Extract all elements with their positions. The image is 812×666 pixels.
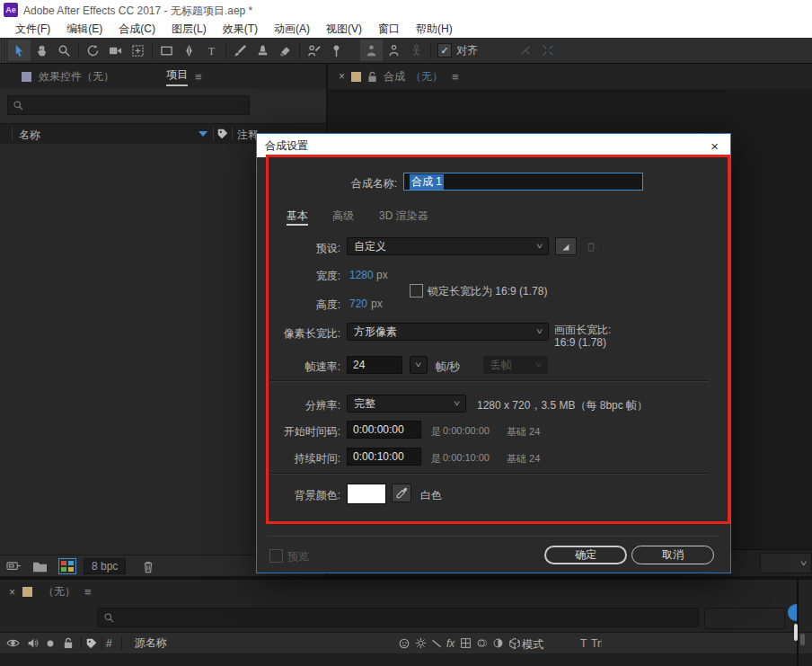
menu-layer[interactable]: 图层(L) — [163, 20, 215, 38]
save-preset-button[interactable] — [555, 237, 577, 255]
roto-brush-tool-icon[interactable] — [303, 40, 325, 61]
menu-effect[interactable]: 效果(T) — [215, 20, 266, 38]
person-wire-icon[interactable] — [405, 40, 428, 61]
mode-column[interactable]: 模式 — [522, 637, 543, 653]
axis-mode-icon[interactable] — [514, 40, 536, 61]
column-name[interactable]: 名称 — [19, 128, 40, 143]
puppet-pin-tool-icon[interactable] — [325, 40, 348, 61]
tab-advanced[interactable]: 高级 — [332, 209, 354, 224]
timeline-search-input[interactable] — [97, 608, 699, 627]
selection-tool-icon[interactable] — [8, 40, 31, 61]
adjustment-layer-icon[interactable] — [492, 637, 504, 649]
menu-animation[interactable]: 动画(A) — [266, 20, 318, 38]
hand-tool-icon[interactable] — [31, 40, 53, 61]
dialog-close-icon[interactable]: × — [707, 138, 722, 154]
shape-tool-icon[interactable] — [155, 40, 178, 61]
timeline-lower-area — [0, 653, 812, 666]
motion-blur-icon[interactable] — [536, 40, 559, 61]
solo-icon[interactable] — [46, 639, 55, 648]
bpc-badge[interactable]: 8 bpc — [84, 558, 126, 574]
menu-view[interactable]: 视图(V) — [318, 20, 370, 38]
new-composition-icon[interactable] — [58, 558, 76, 574]
sort-direction-icon[interactable] — [199, 131, 207, 137]
label-column-icon[interactable] — [216, 128, 229, 140]
timeline-tab-close-icon[interactable]: × — [9, 586, 15, 599]
menu-composition[interactable]: 合成(C) — [110, 20, 163, 38]
source-name-column[interactable]: 源名称 — [135, 635, 167, 651]
delete-icon[interactable] — [142, 560, 154, 573]
comp-view-dropdown[interactable]: ˅ — [760, 553, 812, 573]
comp-tab-none: （无） — [410, 69, 443, 84]
bg-color-label: 背景颜色: — [295, 488, 340, 503]
3d-layer-icon[interactable] — [508, 637, 521, 650]
menubar: 文件(F) 编辑(E) 合成(C) 图层(L) 效果(T) 动画(A) 视图(V… — [0, 20, 812, 38]
eraser-tool-icon[interactable] — [274, 40, 296, 61]
comp-name-input[interactable]: 合成 1 — [403, 173, 643, 191]
menu-help[interactable]: 帮助(H) — [408, 20, 461, 38]
shy-icon[interactable] — [398, 637, 410, 650]
comp-tab-square-icon — [351, 72, 361, 82]
panel-menu-icon[interactable]: ≡ — [195, 70, 202, 84]
pan-behind-tool-icon[interactable] — [127, 40, 149, 61]
resolution-dropdown[interactable]: 完整 ˅ — [347, 395, 466, 413]
label-column-icon[interactable] — [85, 637, 98, 650]
lock-icon[interactable] — [367, 71, 377, 83]
par-dropdown[interactable]: 方形像素 ˅ — [347, 323, 549, 341]
duration-is-label: 是 — [431, 452, 441, 466]
duration-input[interactable]: 0:00:10:00 — [347, 448, 421, 466]
frame-blend-icon[interactable] — [460, 637, 472, 649]
delete-preset-button[interactable] — [580, 237, 602, 255]
pen-tool-icon[interactable] — [178, 40, 200, 61]
new-folder-icon[interactable] — [32, 560, 48, 573]
fx-column-icon[interactable]: fx — [446, 637, 455, 650]
ok-button[interactable]: 确定 — [544, 546, 627, 564]
audio-icon[interactable] — [27, 637, 39, 649]
quality-icon[interactable] — [431, 638, 442, 649]
timeline-scrollbar[interactable] — [800, 634, 805, 645]
width-value[interactable]: 1280 — [349, 269, 374, 281]
person-outline-icon[interactable] — [383, 40, 405, 61]
collapse-transformations-icon[interactable] — [415, 637, 427, 649]
people-tool-icon[interactable] — [360, 40, 383, 61]
zoom-tool-icon[interactable] — [53, 40, 75, 61]
camera-tool-icon[interactable] — [104, 40, 127, 61]
start-tc-input[interactable]: 0:00:00:00 — [347, 421, 421, 439]
type-tool-icon[interactable]: T — [200, 40, 223, 61]
preset-dropdown[interactable]: 自定义 ˅ — [347, 237, 549, 255]
toolbar-grip[interactable] — [0, 38, 8, 63]
lock-column-icon[interactable] — [63, 637, 74, 649]
timeline-panel-menu-icon[interactable]: ≡ — [84, 585, 92, 599]
tab-effect-controls[interactable]: 效果控件（无） — [39, 69, 114, 84]
index-column[interactable]: # — [106, 637, 112, 650]
menu-edit[interactable]: 编辑(E) — [58, 20, 110, 38]
timeline-graph-box[interactable] — [704, 608, 785, 629]
comp-tab-close-icon[interactable]: × — [339, 70, 345, 83]
dialog-titlebar[interactable]: 合成设置 × — [257, 134, 730, 157]
framerate-input[interactable]: 24 — [347, 356, 402, 374]
framerate-dropdown-button[interactable]: ˅ — [410, 356, 428, 374]
eyedropper-icon[interactable] — [392, 484, 411, 502]
snap-checkbox[interactable]: ✓ — [437, 43, 452, 58]
trkmat-t-column[interactable]: T — [580, 637, 587, 650]
menu-file[interactable]: 文件(F) — [7, 20, 58, 38]
timeline-tab-none[interactable]: （无） — [43, 584, 75, 599]
timeline-scroll-handle[interactable] — [794, 624, 798, 641]
bg-color-swatch[interactable] — [347, 484, 386, 504]
project-settings-icon[interactable] — [6, 560, 22, 573]
rotation-tool-icon[interactable] — [82, 40, 104, 61]
tab-3d-renderer[interactable]: 3D 渲染器 — [379, 209, 428, 224]
menu-window[interactable]: 窗口 — [370, 20, 408, 38]
lock-aspect-checkbox[interactable] — [410, 284, 423, 297]
motion-blur-column-icon[interactable] — [476, 637, 488, 649]
clone-stamp-tool-icon[interactable] — [252, 40, 274, 61]
cancel-button[interactable]: 取消 — [631, 546, 714, 564]
comp-panel-menu-icon[interactable]: ≡ — [452, 70, 459, 84]
tab-basic[interactable]: 基本 — [287, 209, 308, 224]
tab-project[interactable]: 项目 — [166, 67, 188, 86]
height-value[interactable]: 720 — [349, 297, 367, 310]
brush-tool-icon[interactable] — [229, 40, 252, 61]
comp-tab-label[interactable]: 合成 — [384, 69, 405, 84]
project-search-input[interactable] — [7, 95, 250, 115]
trkmat-column[interactable]: TrkMat — [591, 637, 602, 650]
eye-icon[interactable] — [6, 638, 20, 648]
